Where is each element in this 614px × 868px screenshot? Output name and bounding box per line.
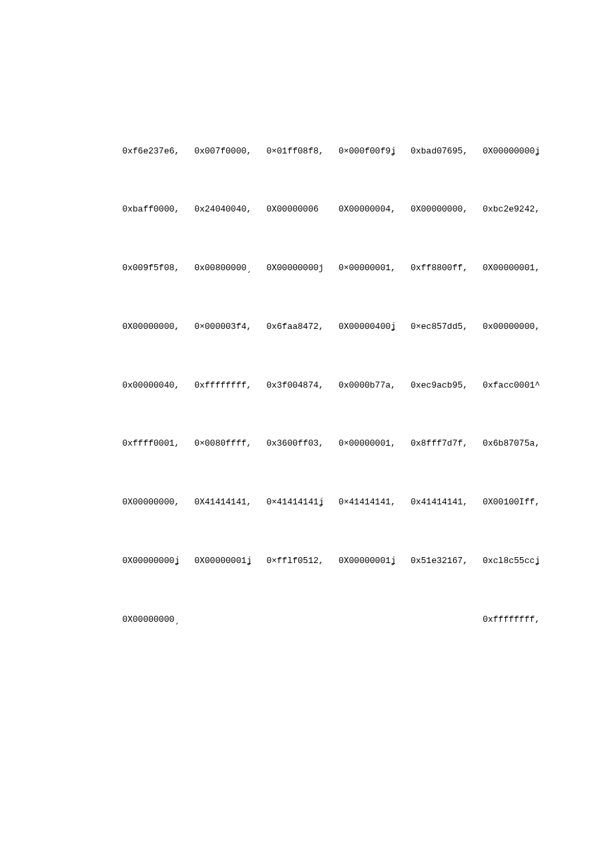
hex-cell: 0×01ff08f8, [266, 145, 338, 157]
hex-cell: 0×41414141ʝ [266, 496, 338, 508]
hex-cell: 0X00000400ʝ [338, 321, 410, 333]
hex-cell: 0×0080ffff, [194, 438, 266, 450]
hex-cell: 0xffffffff, [483, 614, 555, 626]
hex-cell: 0x00800000ˏ [194, 262, 266, 274]
hex-cell: 0X00000000ˏ [122, 614, 194, 626]
hex-cell: 0x3f004874, [266, 380, 338, 392]
hex-cell: 0x3600ff03, [266, 438, 338, 450]
hex-cell: 0X41414141, [194, 496, 266, 508]
hex-cell: 0×000f00f9ʝ [338, 145, 410, 157]
hex-row: 0xffff0001,0×0080ffff,0x3600ff03,0×00000… [101, 426, 614, 462]
hex-cell: 0X00000001, [483, 262, 555, 274]
hex-cell: 0xbaff0000, [122, 203, 194, 215]
hex-row: 0xf6e237e6,0x007f0000,0×01ff08f8,0×000f0… [101, 133, 614, 169]
hex-cell: 0x24040040, [194, 203, 266, 215]
hex-row: 0x00000040,0xffffffff,0x3f004874,0x0000b… [101, 368, 614, 403]
hex-dump-content: 0xf6e237e6,0x007f0000,0×01ff08f8,0×000f0… [0, 0, 614, 648]
hex-cell: 0xec9acb95, [410, 380, 483, 392]
hex-cell: 0xff8800ff, [410, 262, 483, 274]
hex-cell: 0xfacc0001^ [483, 380, 555, 392]
hex-cell: 0x007f0000, [194, 145, 266, 157]
hex-cell: 0x8fff7d7f, [410, 438, 483, 450]
hex-cell: 0x0000b77a, [338, 380, 410, 392]
hex-cell: 0X00000000ʝ [122, 555, 194, 567]
hex-cell: 0X00000000, [122, 321, 194, 333]
hex-cell: 0x6faa8472, [266, 321, 338, 333]
hex-cell: 0×000003f4, [194, 321, 266, 333]
hex-cell: 0X00000001ʝ [338, 555, 410, 567]
hex-cell: 0×00000001, [338, 262, 410, 274]
hex-cell: 0X00100Iff, [483, 496, 555, 508]
hex-row: 0x009f5f08,0x00800000ˏ0X00000000j0×00000… [101, 251, 614, 286]
hex-cell: 0×00000001, [338, 438, 410, 450]
hex-cell: 0x51e32167, [410, 555, 483, 567]
hex-cell: 0X00000001ʝ [194, 555, 266, 567]
hex-cell: 0xf6e237e6, [122, 145, 194, 157]
hex-cell: 0xcl8c55ccʝ [483, 555, 555, 567]
hex-cell: 0xbc2e9242, [483, 203, 555, 215]
hex-cell: 0X00000000, [410, 203, 483, 215]
hex-cell: 0×fflf0512, [266, 555, 338, 567]
hex-cell: 0x41414141, [410, 496, 483, 508]
hex-row: 0X00000000,0X41414141,0×41414141ʝ0×41414… [101, 485, 614, 520]
hex-cell: 0x6b87075a, [483, 438, 555, 450]
hex-cell: 0X00000000ʝ [483, 145, 555, 157]
hex-row: 0xbaff0000,0x24040040,0X000000060X000000… [101, 192, 614, 228]
hex-cell: 0X00000006 [266, 203, 338, 215]
hex-row: 0X00000000ˏ0xffffffff, [101, 602, 614, 637]
hex-row: 0X00000000ʝ0X00000001ʝ0×fflf0512,0X00000… [101, 543, 614, 578]
hex-cell: 0×41414141, [338, 496, 410, 508]
hex-cell: 0xffff0001, [122, 438, 194, 450]
hex-cell: 0x009f5f08, [122, 262, 194, 274]
hex-cell: 0xffffffff, [194, 380, 266, 392]
hex-cell: 0xbad07695, [410, 145, 483, 157]
hex-cell: 0x00000040, [122, 380, 194, 392]
hex-cell: 0X00000000, [122, 496, 194, 508]
hex-cell: 0×ec857dd5, [410, 321, 483, 333]
hex-row: 0X00000000,0×000003f4,0x6faa8472,0X00000… [101, 309, 614, 344]
hex-cell: 0x00000000, [483, 321, 555, 333]
hex-cell: 0X00000004, [338, 203, 410, 215]
hex-cell: 0X00000000j [266, 262, 338, 274]
